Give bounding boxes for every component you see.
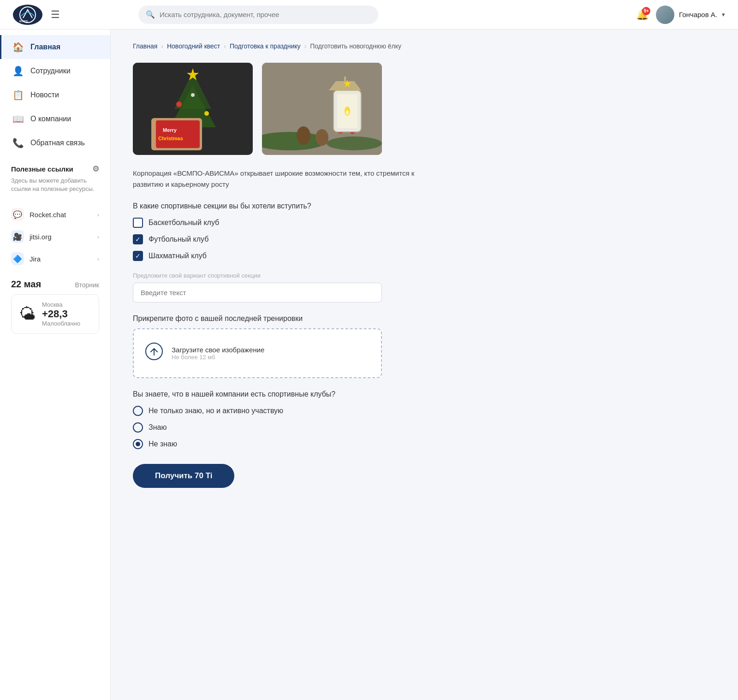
- avatar-image: [656, 6, 674, 24]
- checkbox-row-chess: ✓ Шахматный клуб: [133, 251, 504, 261]
- chevron-down-icon: ▾: [722, 11, 725, 18]
- radio-yes-know[interactable]: [133, 422, 143, 433]
- upload-subtitle: Не более 12 мб: [172, 354, 264, 361]
- user-menu[interactable]: Гончаров А. ▾: [656, 6, 725, 24]
- svg-text:ВСМПО: ВСМПО: [19, 20, 28, 23]
- sidebar-item-home[interactable]: 🏠 Главная: [0, 35, 110, 59]
- sidebar: 🏠 Главная 👤 Сотрудники 📋 Новости 📖 О ком…: [0, 30, 111, 700]
- hero-image-1: Merry Christmas: [133, 63, 253, 155]
- search-input[interactable]: [160, 11, 371, 18]
- xmas-image-svg: Merry Christmas: [133, 63, 253, 155]
- svg-rect-27: [344, 77, 346, 83]
- question1-label: В какие спортивные секции вы бы хотели в…: [133, 202, 504, 210]
- svg-point-19: [297, 126, 310, 145]
- radio-label-no-know: Не знаю: [149, 440, 177, 448]
- header: ВСМПО АВИСМА ☰ 🔍 🔔 9+ Гончаров А. ▾: [0, 0, 738, 30]
- sidebar-item-feedback[interactable]: 📞 Обратная связь: [0, 131, 110, 155]
- svg-point-9: [191, 93, 195, 97]
- chevron-right-icon: ›: [97, 233, 99, 240]
- svg-point-20: [315, 129, 328, 146]
- upload-box[interactable]: Загрузите свое изображение Не более 12 м…: [133, 328, 382, 378]
- logo-icon: ВСМПО АВИСМА: [13, 5, 42, 25]
- radio-label-yes-know: Знаю: [149, 423, 167, 432]
- date-day: 22 мая: [11, 279, 41, 290]
- link-item-jira[interactable]: 🔷 Jira ›: [0, 248, 110, 270]
- people-icon: 👤: [12, 65, 24, 77]
- link-label: Jira: [30, 255, 92, 263]
- radio-yes-active[interactable]: [133, 406, 143, 416]
- sidebar-item-label: Обратная связь: [30, 139, 85, 147]
- notifications-button[interactable]: 🔔 9+: [636, 9, 649, 21]
- checkbox-row-football: ✓ Футбольный клуб: [133, 234, 504, 244]
- breadcrumb-sep: ›: [161, 42, 163, 50]
- upload-text: Загрузите свое изображение Не более 12 м…: [172, 346, 264, 361]
- weather-temp: +28,3: [42, 308, 80, 320]
- home-icon: 🏠: [12, 42, 24, 53]
- sports-suggestion-input[interactable]: [133, 283, 382, 303]
- avatar: [656, 6, 674, 24]
- useful-links-section: Полезные ссылки ⚙ Здесь вы можете добави…: [0, 155, 110, 203]
- link-item-rocket[interactable]: 💬 Rocket.chat ›: [0, 203, 110, 225]
- upload-label: Прикрепите фото с вашей последней тренир…: [133, 314, 504, 323]
- weather-icon: 🌤: [19, 304, 36, 324]
- notification-badge: 9+: [642, 7, 650, 15]
- app-layout: ВСМПО АВИСМА ☰ 🔍 🔔 9+ Гончаров А. ▾: [0, 0, 738, 700]
- svg-point-7: [176, 101, 182, 107]
- question2-label: Вы знаете, что в нашей компании есть спо…: [133, 390, 504, 398]
- main-content: Главная › Новогодний квест › Подготовка …: [111, 30, 526, 700]
- image-overlay-2: [262, 63, 382, 155]
- header-right: 🔔 9+ Гончаров А. ▾: [636, 6, 725, 24]
- sidebar-item-label: О компании: [30, 115, 71, 123]
- svg-rect-12: [156, 120, 200, 148]
- gear-icon[interactable]: ⚙: [92, 164, 99, 174]
- upload-title: Загрузите свое изображение: [172, 346, 264, 354]
- menu-button[interactable]: ☰: [51, 9, 60, 21]
- radio-row-yes-know: Знаю: [133, 422, 504, 433]
- link-item-jitsi[interactable]: 🎥 jitsi.org ›: [0, 225, 110, 248]
- useful-links-title: Полезные ссылки: [11, 165, 73, 173]
- radio-dot: [136, 442, 140, 446]
- checkbox-list: Баскетбольный клуб ✓ Футбольный клуб ✓ Ш…: [133, 218, 504, 261]
- checkbox-label-football: Футбольный клуб: [149, 235, 208, 243]
- svg-point-18: [327, 136, 382, 150]
- chevron-right-icon: ›: [97, 211, 99, 218]
- breadcrumb-prep[interactable]: Подготовка к празднику: [230, 42, 301, 50]
- svg-text:Merry: Merry: [163, 127, 177, 133]
- sidebar-item-label: Новости: [30, 91, 59, 99]
- page-description: Корпорация «ВСМПО-АВИСМА» открывает широ…: [133, 168, 446, 190]
- checkbox-chess[interactable]: ✓: [133, 251, 143, 261]
- breadcrumb-sep: ›: [304, 42, 307, 50]
- checkbox-label-chess: Шахматный клуб: [149, 252, 207, 260]
- breadcrumb-home[interactable]: Главная: [133, 42, 157, 50]
- checkbox-label-basketball: Баскетбольный клуб: [149, 219, 219, 227]
- checkmark-icon: ✓: [135, 236, 141, 243]
- checkbox-football[interactable]: ✓: [133, 234, 143, 244]
- weather-card: 🌤 Москва +28,3 Малооблачно: [11, 294, 99, 334]
- rocket-chat-icon: 💬: [11, 208, 24, 221]
- checkbox-basketball[interactable]: [133, 218, 143, 228]
- date-section: 22 мая Вторник 🌤 Москва +28,3 Малооблачн…: [0, 270, 110, 338]
- logo-area: ВСМПО АВИСМА ☰: [13, 5, 124, 25]
- hero-image-2: [262, 63, 382, 155]
- body-row: 🏠 Главная 👤 Сотрудники 📋 Новости 📖 О ком…: [0, 30, 738, 700]
- breadcrumb: Главная › Новогодний квест › Подготовка …: [133, 42, 504, 50]
- weather-info: Москва +28,3 Малооблачно: [42, 301, 80, 327]
- news-icon: 📋: [12, 89, 24, 101]
- radio-label-yes-active: Не только знаю, но и активно участвую: [149, 407, 283, 415]
- jitsi-icon: 🎥: [11, 230, 24, 243]
- breadcrumb-sep: ›: [224, 42, 226, 50]
- link-label: jitsi.org: [30, 233, 92, 241]
- radio-row-yes-active: Не только знаю, но и активно участвую: [133, 406, 504, 416]
- radio-no-know[interactable]: [133, 439, 143, 449]
- svg-text:АВИСМА: АВИСМА: [18, 23, 26, 24]
- sidebar-item-label: Сотрудники: [30, 67, 71, 75]
- breadcrumb-quest[interactable]: Новогодний квест: [167, 42, 220, 50]
- checkmark-icon: ✓: [135, 252, 141, 260]
- sidebar-item-company[interactable]: 📖 О компании: [0, 107, 110, 131]
- submit-button[interactable]: Получить 70 Ti: [133, 464, 234, 488]
- sidebar-item-news[interactable]: 📋 Новости: [0, 83, 110, 107]
- search-icon: 🔍: [146, 10, 155, 19]
- images-row: Merry Christmas: [133, 63, 504, 155]
- sidebar-item-staff[interactable]: 👤 Сотрудники: [0, 59, 110, 83]
- radio-list: Не только знаю, но и активно участвую Зн…: [133, 406, 504, 449]
